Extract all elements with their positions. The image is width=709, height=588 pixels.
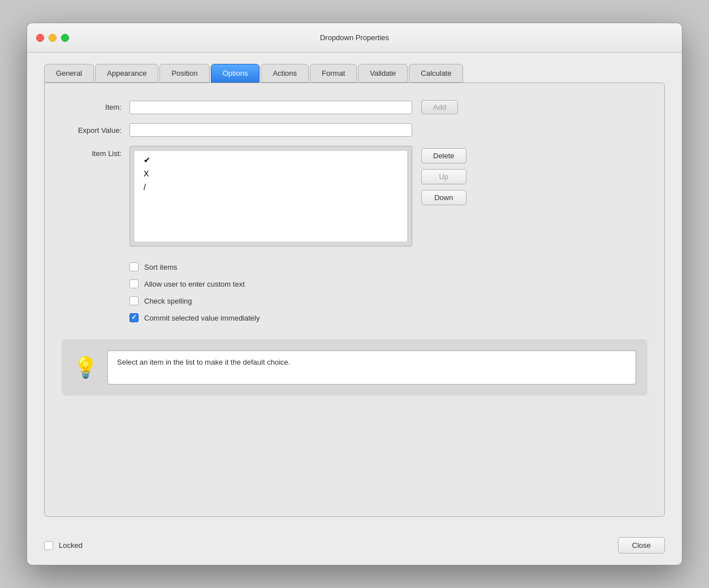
allow-custom-checkbox[interactable]	[129, 279, 139, 288]
close-dialog-button[interactable]: Close	[618, 537, 665, 554]
item-list-row: Item List: ✔ X / Delete Up Down	[62, 146, 647, 247]
list-item[interactable]: /	[135, 180, 407, 194]
tab-validate[interactable]: Validate	[358, 64, 408, 83]
add-button[interactable]: Add	[421, 100, 458, 114]
check-spelling-label[interactable]: Check spelling	[144, 297, 192, 305]
up-button[interactable]: Up	[421, 169, 466, 184]
close-button-titlebar[interactable]	[36, 34, 44, 42]
sort-items-checkbox[interactable]	[129, 262, 139, 271]
tab-appearance[interactable]: Appearance	[95, 64, 158, 83]
item-label: Item:	[62, 103, 129, 111]
checkboxes-section: Sort items Allow user to enter custom te…	[129, 262, 647, 322]
delete-button[interactable]: Delete	[421, 148, 466, 163]
export-value-label: Export Value:	[62, 126, 129, 135]
hint-box: 💡 Select an item in the list to make it …	[62, 339, 647, 396]
sort-items-label[interactable]: Sort items	[144, 263, 178, 271]
window: Dropdown Properties General Appearance P…	[27, 23, 682, 565]
lightbulb-icon: 💡	[73, 356, 98, 379]
titlebar: Dropdown Properties	[27, 23, 682, 53]
titlebar-buttons	[36, 34, 69, 42]
tab-general[interactable]: General	[44, 64, 94, 83]
item-list: ✔ X /	[135, 151, 407, 241]
tab-calculate[interactable]: Calculate	[409, 64, 463, 83]
allow-custom-row: Allow user to enter custom text	[129, 279, 647, 288]
item-list-container: ✔ X /	[129, 146, 412, 247]
item-row: Item: Add	[62, 100, 647, 114]
tab-options[interactable]: Options	[211, 64, 260, 83]
tab-position[interactable]: Position	[159, 64, 209, 83]
down-button[interactable]: Down	[421, 190, 466, 205]
allow-custom-label[interactable]: Allow user to enter custom text	[144, 280, 245, 288]
commit-value-label[interactable]: Commit selected value immediately	[144, 314, 260, 322]
window-title: Dropdown Properties	[320, 33, 389, 42]
commit-value-row: Commit selected value immediately	[129, 313, 647, 322]
list-item[interactable]: ✔	[135, 153, 407, 167]
item-list-label: Item List:	[62, 146, 129, 158]
check-spelling-row: Check spelling	[129, 296, 647, 305]
tab-format[interactable]: Format	[310, 64, 357, 83]
check-spelling-checkbox[interactable]	[129, 296, 139, 305]
export-value-input[interactable]	[129, 123, 412, 137]
list-action-buttons: Delete Up Down	[421, 146, 466, 205]
locked-label[interactable]: Locked	[59, 541, 83, 550]
window-content: General Appearance Position Options Acti…	[27, 53, 682, 528]
commit-value-checkbox[interactable]	[129, 313, 139, 322]
export-value-row: Export Value:	[62, 123, 647, 137]
minimize-button[interactable]	[49, 34, 57, 42]
maximize-button[interactable]	[61, 34, 69, 42]
locked-row: Locked	[44, 541, 83, 550]
item-input[interactable]	[129, 101, 412, 114]
locked-checkbox[interactable]	[44, 541, 53, 550]
options-panel: Item: Add Export Value: Item List: ✔ X /	[44, 83, 665, 517]
footer: Locked Close	[27, 528, 682, 565]
tab-actions[interactable]: Actions	[261, 64, 309, 83]
hint-text: Select an item in the list to make it th…	[107, 351, 636, 384]
list-item[interactable]: X	[135, 167, 407, 180]
tabs-bar: General Appearance Position Options Acti…	[44, 64, 665, 83]
sort-items-row: Sort items	[129, 262, 647, 271]
